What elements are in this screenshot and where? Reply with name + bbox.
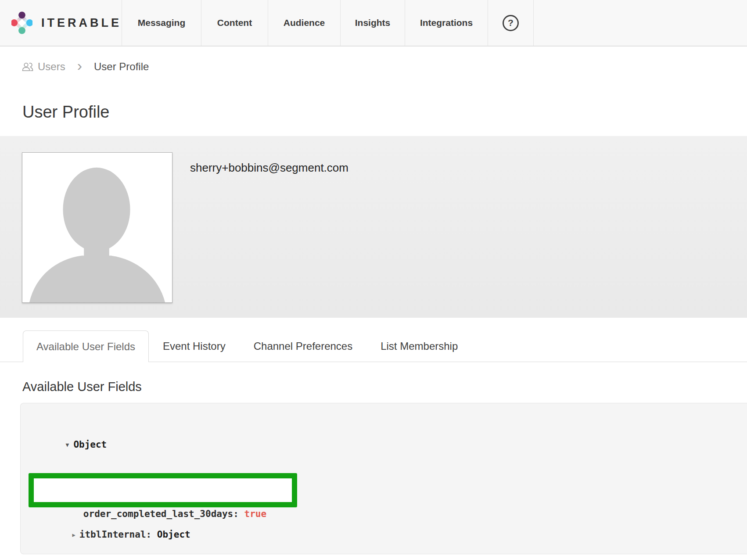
profile-tabs: Available User Fields Event History Chan… — [0, 330, 747, 362]
tree-root-row: ▼Object — [43, 422, 747, 467]
breadcrumb-users-label: Users — [38, 61, 65, 73]
title-block: User Profile — [0, 87, 747, 136]
brand-name: ITERABLE — [41, 16, 122, 30]
page-title: User Profile — [22, 103, 747, 122]
breadcrumb: Users › User Profile — [0, 47, 747, 87]
nav-item-messaging[interactable]: Messaging — [122, 0, 201, 46]
profile-hero: sherry+bobbins@segment.com — [0, 136, 747, 318]
tree-row-order-completed: order_completed_last_30daystrue — [34, 478, 292, 549]
users-icon — [22, 62, 33, 72]
avatar-placeholder-silhouette — [22, 153, 172, 302]
user-fields-json-panel: ▼Object emailsherry+bobbins@segment.com … — [20, 403, 747, 554]
nav-item-content[interactable]: Content — [201, 0, 268, 46]
tab-list-membership[interactable]: List Membership — [366, 330, 472, 362]
breadcrumb-current: User Profile — [94, 61, 149, 73]
tree-row-profileupdatedat: profileUpdatedAt2020-03-19 09:04:30 +00:… — [50, 557, 747, 560]
highlight-annotation-box: order_completed_last_30daystrue — [29, 473, 297, 507]
nav-item-insights[interactable]: Insights — [340, 0, 405, 46]
chevron-right-icon: › — [71, 58, 88, 75]
tab-available-user-fields[interactable]: Available User Fields — [23, 330, 149, 362]
iterable-logo-icon — [11, 7, 32, 39]
section-heading: Available User Fields — [22, 379, 747, 395]
profile-email: sherry+bobbins@segment.com — [190, 161, 348, 175]
brand[interactable]: ITERABLE — [0, 0, 122, 46]
help-button[interactable]: ? — [488, 0, 534, 46]
tree-root-label: Object — [73, 439, 107, 450]
breadcrumb-users-link[interactable]: Users — [22, 61, 65, 73]
tab-event-history[interactable]: Event History — [149, 330, 240, 362]
top-nav: ITERABLE Messaging Content Audience Insi… — [0, 0, 747, 47]
avatar — [22, 152, 172, 303]
nav-item-integrations[interactable]: Integrations — [405, 0, 488, 46]
collapse-icon[interactable]: ▼ — [66, 442, 69, 448]
nav-item-audience[interactable]: Audience — [268, 0, 340, 46]
help-icon: ? — [503, 15, 519, 31]
tab-channel-preferences[interactable]: Channel Preferences — [240, 330, 366, 362]
